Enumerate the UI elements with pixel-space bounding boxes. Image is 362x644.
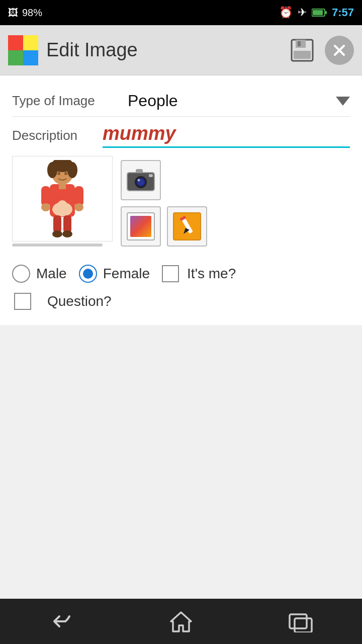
svg-point-15 xyxy=(64,172,67,175)
svg-rect-5 xyxy=(294,51,311,59)
type-of-image-row: Type of Image People xyxy=(12,86,350,117)
status-right: ⏰ ✈ 7:57 xyxy=(279,6,354,19)
female-label: Female xyxy=(103,266,150,282)
recents-icon xyxy=(288,610,316,632)
question-checkbox[interactable] xyxy=(14,293,31,310)
svg-rect-34 xyxy=(136,169,143,173)
svg-rect-43 xyxy=(295,618,312,632)
type-value[interactable]: People xyxy=(128,92,332,110)
airplane-icon: ✈ xyxy=(298,6,307,19)
status-time: 7:57 xyxy=(332,6,354,19)
status-bar: 🖼 98% ⏰ ✈ 7:57 xyxy=(0,0,362,25)
options-section: Male Female It's me? Question? xyxy=(12,255,350,315)
photo-icon xyxy=(126,212,155,241)
logo-cell-blue xyxy=(23,50,38,65)
svg-point-13 xyxy=(67,162,77,178)
svg-rect-35 xyxy=(149,174,153,177)
page-title: Edit Image xyxy=(46,39,288,61)
image-actions xyxy=(121,156,207,247)
battery-icon xyxy=(312,8,327,17)
logo-cell-red xyxy=(8,35,23,50)
svg-point-23 xyxy=(57,200,67,210)
back-icon xyxy=(45,610,75,632)
image-scroll-hint xyxy=(12,244,103,247)
its-me-option[interactable]: It's me? xyxy=(162,265,236,282)
svg-point-12 xyxy=(47,162,57,178)
female-option[interactable]: Female xyxy=(79,265,150,283)
save-icon xyxy=(290,38,315,63)
back-button[interactable] xyxy=(40,606,80,636)
its-me-label: It's me? xyxy=(187,266,236,282)
camera-icon xyxy=(126,167,156,193)
app-bar: Edit Image xyxy=(0,25,362,75)
status-left: 🖼 98% xyxy=(8,7,42,19)
svg-point-26 xyxy=(52,230,62,237)
photo-edit-button[interactable] xyxy=(121,206,161,247)
gender-row: Male Female It's me? xyxy=(12,265,350,283)
svg-rect-37 xyxy=(130,216,151,237)
type-label: Type of Image xyxy=(12,93,128,109)
svg-rect-6 xyxy=(298,41,301,46)
draw-button[interactable] xyxy=(167,206,207,247)
svg-rect-2 xyxy=(325,11,327,14)
male-option[interactable]: Male xyxy=(12,265,67,283)
logo-cell-green xyxy=(8,50,23,65)
svg-rect-24 xyxy=(53,215,61,233)
home-button[interactable] xyxy=(161,606,201,636)
app-logo xyxy=(8,35,38,65)
male-radio[interactable] xyxy=(12,265,30,283)
main-content: Type of Image People Description mummy xyxy=(0,75,362,325)
recents-button[interactable] xyxy=(282,606,322,636)
description-input-wrapper: mummy xyxy=(103,123,350,148)
svg-rect-17 xyxy=(59,183,66,189)
svg-point-33 xyxy=(138,179,140,182)
logo-cell-yellow xyxy=(23,35,38,50)
save-button[interactable] xyxy=(288,36,317,65)
mummy-figure xyxy=(32,160,93,238)
dropdown-arrow-icon[interactable] xyxy=(336,97,350,106)
svg-point-27 xyxy=(62,230,72,237)
svg-rect-1 xyxy=(313,10,323,15)
pencil-icon xyxy=(172,212,202,241)
image-status-icon: 🖼 xyxy=(8,7,18,19)
image-edit-actions xyxy=(121,206,207,247)
camera-button[interactable] xyxy=(121,160,161,200)
battery-percent: 98% xyxy=(22,7,42,19)
bottom-navigation xyxy=(0,599,362,644)
svg-point-14 xyxy=(57,172,60,175)
its-me-checkbox[interactable] xyxy=(162,265,179,282)
app-bar-actions xyxy=(288,36,354,65)
svg-rect-42 xyxy=(290,614,307,628)
image-area xyxy=(12,148,350,255)
male-label: Male xyxy=(36,266,67,282)
female-radio[interactable] xyxy=(79,265,97,283)
description-row: Description mummy xyxy=(12,117,350,148)
main-image-frame xyxy=(12,156,113,242)
description-label: Description xyxy=(12,128,103,143)
close-icon xyxy=(328,39,350,61)
svg-point-20 xyxy=(41,203,50,211)
svg-point-21 xyxy=(74,203,83,211)
description-value[interactable]: mummy xyxy=(103,123,176,144)
home-icon xyxy=(167,609,195,633)
question-label: Question? xyxy=(47,293,112,309)
svg-rect-25 xyxy=(63,215,71,233)
close-button[interactable] xyxy=(325,36,354,65)
question-option[interactable]: Question? xyxy=(12,293,350,310)
clock-icon: ⏰ xyxy=(279,6,293,19)
